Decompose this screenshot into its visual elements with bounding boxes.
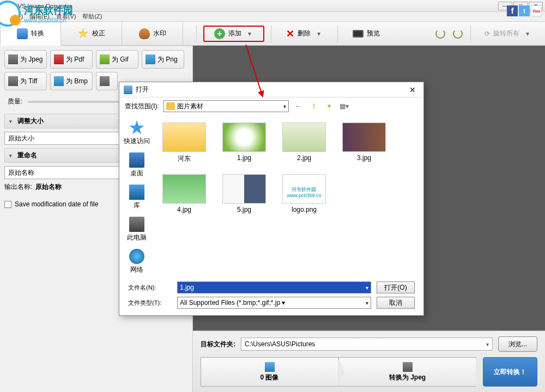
format-bmp-button[interactable]: 为 Bmp: [50, 72, 93, 90]
x-icon: ✕: [286, 28, 294, 40]
places-bar: 快速访问 桌面 库 此电脑 网络: [119, 115, 154, 278]
file-open-dialog: 打开 ✕ 查找范围(I): 图片素材 ← ⇧ ✦ ▦▾ 快速访问 桌面 库 此电…: [119, 82, 424, 316]
place-quickaccess[interactable]: 快速访问: [124, 120, 150, 146]
image-thumb: [342, 122, 386, 152]
quality-label: 质量:: [8, 97, 22, 106]
rotate-right-button[interactable]: [451, 27, 465, 41]
image-thumb: [282, 122, 326, 152]
place-thispc[interactable]: 此电脑: [127, 217, 147, 242]
menu-help[interactable]: 帮助(Z): [82, 13, 102, 21]
network-icon: [129, 249, 144, 264]
chevron-down-icon: ▾: [526, 30, 531, 38]
convert-icon: [17, 28, 28, 39]
main-toolbar: f t You 转换 校正 水印 +添加▾ ✕删除▾ 预览 ⟳旋转所有▾: [0, 22, 545, 46]
bottom-panel: 目标文件夹: C:\Users\ASUS\Pictures 浏览... 0 图像…: [193, 330, 545, 392]
file-item-folder[interactable]: 河东: [160, 120, 209, 166]
place-libraries[interactable]: 库: [129, 185, 144, 210]
nav-view-button[interactable]: ▦▾: [339, 101, 350, 112]
image-thumb: 河东软件园www.pc0359.cn: [282, 174, 326, 204]
tab-convert[interactable]: 转换: [0, 22, 61, 46]
filename-label: 文件名(N):: [128, 284, 172, 292]
format-jpeg-button[interactable]: 为 Jpeg: [4, 50, 47, 69]
image-icon: [265, 362, 275, 372]
file-item-1[interactable]: 1.jpg: [220, 120, 269, 166]
filetype-label: 文件类型(T):: [128, 299, 172, 307]
tga-icon: [100, 76, 110, 86]
file-item-5[interactable]: 5.jpg: [220, 172, 269, 216]
camera-icon: [403, 362, 413, 372]
format-gif-button[interactable]: 为 Gif: [96, 50, 138, 69]
dialog-icon: [124, 85, 132, 94]
rotate-left-button[interactable]: [433, 27, 447, 41]
add-button[interactable]: +添加▾: [203, 26, 264, 42]
folder-icon: [166, 102, 175, 110]
image-thumb: [222, 122, 266, 152]
chevron-down-icon[interactable]: ▾: [248, 30, 253, 38]
dialog-close-button[interactable]: ✕: [406, 84, 419, 95]
file-list: 河东 1.jpg 2.jpg 3.jpg 4.jpg 5.jpg 河东软件园ww…: [154, 115, 423, 278]
folder-icon: [162, 122, 206, 152]
social-links: f t You: [507, 5, 542, 16]
bmp-icon: [54, 76, 64, 86]
rotate-right-icon: [453, 29, 463, 39]
file-item-4[interactable]: 4.jpg: [160, 172, 209, 216]
file-item-2[interactable]: 2.jpg: [280, 120, 329, 166]
twitter-icon[interactable]: t: [519, 5, 530, 16]
jpeg-icon: [8, 54, 18, 64]
chevron-down-icon[interactable]: ▾: [317, 30, 323, 38]
tab-correct[interactable]: 校正: [61, 22, 122, 45]
nav-up-button[interactable]: ⇧: [308, 101, 319, 112]
format-tiff-button[interactable]: 为 Tiff: [4, 72, 47, 90]
format-png-button[interactable]: 为 Png: [142, 50, 184, 69]
tab-watermark[interactable]: 水印: [122, 22, 183, 45]
dialog-open-button[interactable]: 打开(O): [377, 281, 415, 293]
filetype-dropdown[interactable]: All Supported Files (*.bmp;*.gif;*.jp ▾: [177, 297, 371, 309]
library-icon: [129, 185, 144, 200]
title-bar: AVS Image Converter — □ ✕: [0, 0, 545, 12]
browse-button[interactable]: 浏览...: [498, 336, 537, 352]
star-icon: [78, 28, 89, 39]
convert-now-button[interactable]: 立即转换！: [483, 357, 537, 387]
dest-path-dropdown[interactable]: C:\Users\ASUS\Pictures: [241, 338, 493, 351]
format-pdf-button[interactable]: 为 Pdf: [50, 50, 93, 69]
dialog-cancel-button[interactable]: 取消: [377, 297, 415, 309]
output-name-value: 原始名称: [35, 182, 62, 192]
place-desktop[interactable]: 桌面: [129, 152, 144, 178]
menu-edit[interactable]: 编辑(E): [29, 13, 50, 21]
rotate-all-button[interactable]: ⟳旋转所有▾: [476, 26, 540, 42]
desktop-icon: [129, 152, 144, 168]
app-icon: [2, 2, 11, 10]
file-item-3[interactable]: 3.jpg: [340, 120, 389, 166]
nav-newfolder-button[interactable]: ✦: [324, 101, 335, 112]
facebook-icon[interactable]: f: [507, 5, 518, 16]
delete-button[interactable]: ✕删除▾: [278, 26, 331, 42]
menu-bar: 文件(F) 编辑(E) 查看(V) 帮助(Z): [0, 12, 545, 22]
gif-icon: [100, 54, 110, 64]
preview-button[interactable]: 预览: [344, 26, 388, 42]
rotate-icon: ⟳: [485, 30, 490, 38]
format-tga-button[interactable]: [96, 72, 118, 90]
image-thumb: [222, 174, 266, 204]
dialog-title: 打开: [136, 85, 406, 94]
convert-target-box[interactable]: 转换为 Jpeg: [338, 357, 476, 387]
save-date-label: Save modification date of file: [15, 200, 98, 208]
save-date-checkbox[interactable]: [4, 201, 11, 208]
filename-input[interactable]: 1.jpg: [177, 281, 371, 293]
output-name-label: 输出名称:: [4, 182, 32, 192]
file-item-logo[interactable]: 河东软件园www.pc0359.cnlogo.png: [280, 172, 329, 216]
tiff-icon: [8, 76, 18, 86]
lookin-label: 查找范围(I):: [125, 102, 159, 111]
pdf-icon: [54, 54, 64, 64]
place-network[interactable]: 网络: [129, 249, 144, 274]
menu-file[interactable]: 文件(F): [3, 13, 23, 21]
dialog-title-bar[interactable]: 打开 ✕: [119, 82, 423, 97]
youtube-icon[interactable]: You: [531, 5, 542, 16]
nav-back-button[interactable]: ←: [293, 101, 304, 112]
lookin-dropdown[interactable]: 图片素材: [164, 100, 289, 112]
pc-icon: [129, 217, 144, 232]
images-count-box[interactable]: 0 图像: [201, 357, 338, 387]
menu-view[interactable]: 查看(V): [56, 13, 76, 21]
dest-label: 目标文件夹:: [201, 340, 235, 349]
rotate-left-icon: [435, 29, 445, 39]
png-icon: [146, 54, 155, 64]
